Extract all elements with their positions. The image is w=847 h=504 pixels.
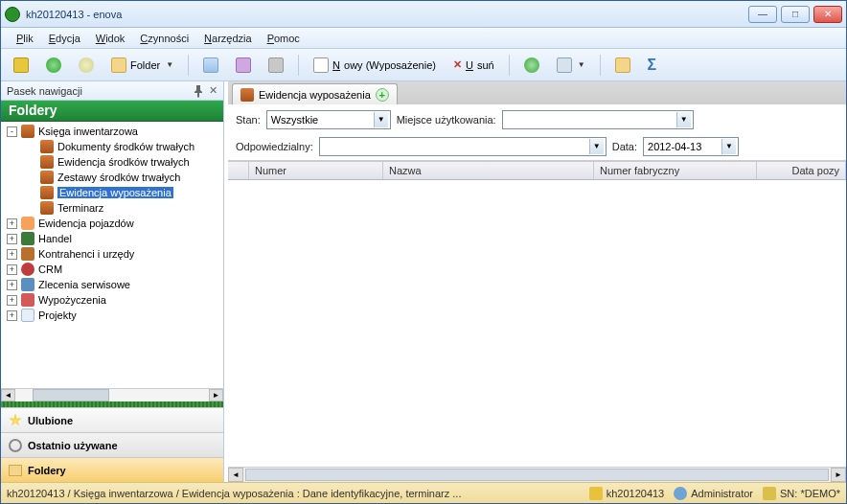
scroll-left-button[interactable]: ◄ bbox=[228, 468, 243, 482]
col-numer-fabryczny[interactable]: Numer fabryczny bbox=[594, 162, 757, 179]
tree-item-contr[interactable]: +Kontrahenci i urzędy bbox=[1, 246, 223, 262]
close-button[interactable]: ✕ bbox=[813, 6, 842, 23]
box-icon bbox=[40, 201, 54, 215]
tree-item-label: Terminarz bbox=[57, 202, 103, 214]
accordion-recent[interactable]: Ostatnio używane bbox=[1, 432, 223, 457]
tree-item-sets[interactable]: Zestawy środków trwałych bbox=[1, 170, 223, 185]
expander-icon[interactable]: + bbox=[7, 280, 17, 290]
tree-item-equip[interactable]: Ewidencja wyposażenia bbox=[1, 185, 223, 200]
expander-icon[interactable]: + bbox=[7, 310, 17, 321]
grid-body[interactable] bbox=[228, 180, 846, 467]
col-numer[interactable]: Numer bbox=[249, 162, 383, 179]
titlebar[interactable]: kh20120413 - enova — □ ✕ bbox=[1, 1, 846, 28]
pin-icon[interactable] bbox=[192, 84, 205, 98]
tree-item-assets[interactable]: Ewidencja środków trwałych bbox=[1, 154, 223, 170]
accordion-favorites[interactable]: Ulubione bbox=[1, 407, 223, 432]
col-selector[interactable] bbox=[228, 162, 249, 179]
print-icon bbox=[557, 57, 572, 73]
separator bbox=[188, 55, 189, 76]
tree-item-docs[interactable]: Dokumenty środków trwałych bbox=[1, 139, 223, 154]
sigma-button[interactable]: Σ bbox=[641, 52, 664, 79]
tree-item-crm[interactable]: +CRM bbox=[1, 262, 223, 277]
main-row: Pasek nawigacji ✕ Foldery -Księga inwent… bbox=[1, 81, 846, 482]
expander-icon[interactable]: + bbox=[7, 234, 17, 244]
grid-hscrollbar[interactable]: ◄ ► bbox=[228, 467, 846, 482]
tree-item-sched[interactable]: Terminarz bbox=[1, 200, 223, 216]
menu-help[interactable]: PomocPomoc bbox=[260, 31, 308, 46]
expander-icon[interactable]: + bbox=[7, 295, 17, 306]
expander-icon[interactable]: + bbox=[7, 218, 17, 229]
back-button[interactable] bbox=[39, 53, 68, 78]
chevron-down-icon: ▼ bbox=[589, 139, 604, 154]
open-folder-icon bbox=[615, 57, 630, 73]
nav-close-icon[interactable]: ✕ bbox=[209, 84, 217, 97]
menubar: PPliklik EdycjaEdycja WidokWidok Czynnoś… bbox=[1, 28, 846, 49]
status-breadcrumb: kh20120413 / Księga inwentarzowa / Ewide… bbox=[7, 488, 580, 499]
car-icon bbox=[21, 217, 34, 230]
puzzle-icon bbox=[236, 57, 251, 73]
print-button[interactable]: ▼ bbox=[550, 53, 592, 78]
separator bbox=[509, 55, 510, 76]
forward-button[interactable] bbox=[72, 53, 101, 78]
scroll-track[interactable] bbox=[15, 389, 209, 401]
folder-tree[interactable]: -Księga inwentarzowaDokumenty środków tr… bbox=[1, 122, 223, 388]
chevron-down-icon: ▼ bbox=[676, 112, 691, 127]
up-button[interactable] bbox=[7, 53, 35, 78]
maximize-button[interactable]: □ bbox=[781, 6, 810, 23]
menu-tools[interactable]: NarzędziaNarzędzia bbox=[196, 31, 260, 46]
add-icon[interactable]: + bbox=[376, 88, 389, 102]
tree-hscrollbar[interactable]: ◄ ► bbox=[1, 388, 223, 401]
tree-item-label: Projekty bbox=[38, 309, 77, 321]
toolbar: Folder▼ Nowy (Wyposażenie)Nowy (Wyposaże… bbox=[1, 49, 846, 81]
filter-bar: Stan: Wszystkie ▼ Miejsce użytkowania: ▼… bbox=[228, 104, 846, 161]
tree-item-book[interactable]: -Księga inwentarzowa bbox=[1, 124, 223, 139]
delete-button[interactable]: ✕UsuńUsuń bbox=[446, 54, 501, 76]
tree-item-vehicles[interactable]: +Ewidencja pojazdów bbox=[1, 216, 223, 231]
app-icon bbox=[5, 7, 20, 22]
new-button[interactable]: Nowy (Wyposażenie)Nowy (Wyposażenie) bbox=[307, 53, 443, 78]
tools-button[interactable] bbox=[262, 53, 290, 78]
window-title: kh20120413 - enova bbox=[26, 9, 748, 20]
tree-item-service[interactable]: +Zlecenia serwisowe bbox=[1, 277, 223, 292]
expander-icon[interactable]: + bbox=[7, 249, 17, 260]
minimize-button[interactable]: — bbox=[748, 6, 777, 23]
refresh-button[interactable] bbox=[517, 53, 546, 78]
tree-item-trade[interactable]: +Handel bbox=[1, 231, 223, 246]
scroll-thumb[interactable] bbox=[33, 389, 109, 401]
grid-button[interactable] bbox=[196, 53, 225, 78]
stan-combo[interactable]: Wszystkie ▼ bbox=[266, 110, 391, 129]
tree-item-label: Księga inwentarzowa bbox=[38, 126, 138, 137]
odp-combo[interactable]: ▼ bbox=[319, 137, 607, 156]
data-combo[interactable]: 2012-04-13 ▼ bbox=[643, 137, 739, 156]
menu-edit[interactable]: EdycjaEdycja bbox=[41, 31, 88, 46]
tab-equipment[interactable]: Ewidencja wyposażenia + bbox=[232, 83, 398, 104]
menu-file[interactable]: PPliklik bbox=[9, 31, 41, 46]
open-button[interactable] bbox=[608, 53, 637, 78]
expander-icon[interactable]: - bbox=[7, 126, 17, 137]
scroll-left-button[interactable]: ◄ bbox=[1, 389, 15, 401]
miejsce-label: Miejsce użytkowania: bbox=[397, 114, 496, 126]
content-area: Ewidencja wyposażenia + Stan: Wszystkie … bbox=[228, 81, 846, 482]
tree-item-projects[interactable]: +Projekty bbox=[1, 308, 223, 323]
statusbar: kh20120413 / Księga inwentarzowa / Ewide… bbox=[1, 482, 846, 503]
col-data-pozy[interactable]: Data pozy bbox=[757, 162, 846, 179]
miejsce-combo[interactable]: ▼ bbox=[502, 110, 694, 129]
tree-item-label: Zlecenia serwisowe bbox=[38, 279, 130, 290]
chevron-down-icon: ▼ bbox=[166, 60, 173, 69]
puzzle-button[interactable] bbox=[229, 53, 258, 78]
folder-button[interactable]: Folder▼ bbox=[104, 53, 180, 78]
tree-item-rentals[interactable]: +Wypożyczenia bbox=[1, 292, 223, 308]
menu-actions[interactable]: CzynnościCzynności bbox=[132, 31, 196, 46]
accordion-folders[interactable]: Foldery bbox=[1, 457, 223, 482]
expander-icon[interactable]: + bbox=[7, 264, 17, 275]
separator bbox=[600, 55, 601, 76]
clock-icon bbox=[9, 439, 22, 452]
scroll-right-button[interactable]: ► bbox=[209, 389, 223, 401]
wrench-icon bbox=[21, 278, 34, 291]
menu-view[interactable]: WidokWidok bbox=[88, 31, 133, 46]
scroll-right-button[interactable]: ► bbox=[831, 468, 846, 482]
scroll-thumb[interactable] bbox=[245, 469, 829, 481]
data-label: Data: bbox=[612, 141, 637, 152]
col-nazwa[interactable]: Nazwa bbox=[383, 162, 594, 179]
scroll-track[interactable] bbox=[243, 468, 831, 482]
